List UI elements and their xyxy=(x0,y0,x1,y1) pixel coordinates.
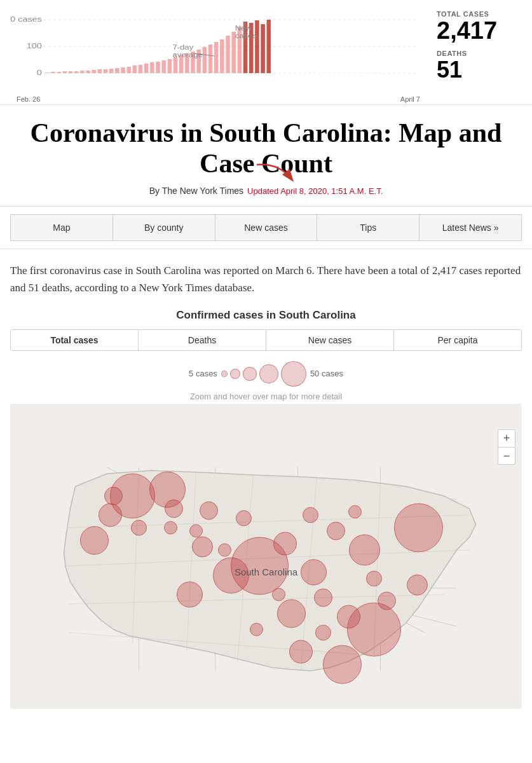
legend-circle-small xyxy=(230,369,240,379)
svg-text:cases: cases xyxy=(235,32,257,39)
bubble-cherokee2 xyxy=(165,500,183,518)
bubble-horry xyxy=(395,504,443,552)
svg-rect-33 xyxy=(203,47,207,73)
map-tab-per-capita[interactable]: Per capita xyxy=(394,330,521,350)
bubble-kershaw xyxy=(274,532,297,555)
zoom-out-button[interactable]: − xyxy=(498,447,515,465)
map-type-tabs: Total cases Deaths New cases Per capita xyxy=(10,329,522,351)
bubble-clarendon xyxy=(315,589,332,607)
legend-circle-tiny xyxy=(221,371,228,377)
bubble-colleton xyxy=(316,625,331,640)
tab-map[interactable]: Map xyxy=(10,214,113,241)
red-arrow-icon xyxy=(254,162,298,184)
legend-large-label: 50 cases xyxy=(310,369,343,378)
bubble-anderson xyxy=(81,526,109,554)
bubble-fairfield xyxy=(219,544,231,556)
bubble-york xyxy=(105,487,123,505)
bubble-union xyxy=(165,521,177,534)
svg-text:7-day: 7-day xyxy=(172,44,193,51)
map-tab-deaths[interactable]: Deaths xyxy=(139,330,266,350)
svg-rect-35 xyxy=(214,42,219,73)
svg-rect-10 xyxy=(69,71,73,73)
svg-rect-28 xyxy=(174,57,178,73)
svg-rect-17 xyxy=(109,69,114,73)
byline-author: By The New York Times xyxy=(149,186,243,196)
chart-area: 200 cases 100 0 xyxy=(10,10,426,99)
legend-circles xyxy=(221,361,306,387)
svg-rect-26 xyxy=(161,60,166,73)
confirmed-section: Confirmed cases in South Carolina Total … xyxy=(0,309,532,719)
tab-new-cases[interactable]: New cases xyxy=(215,214,317,241)
description-text: The first coronavirus case in South Caro… xyxy=(10,262,522,296)
title-section: Coronavirus in South Carolina: Map and C… xyxy=(0,105,532,201)
bubble-allendale xyxy=(250,623,263,636)
svg-rect-11 xyxy=(74,71,79,73)
total-cases-value: 2,417 xyxy=(437,18,522,45)
tab-by-county[interactable]: By county xyxy=(113,214,215,241)
svg-rect-13 xyxy=(86,71,90,73)
svg-rect-22 xyxy=(139,65,143,73)
svg-text:200 cases: 200 cases xyxy=(10,15,42,24)
byline: By The New York Times Updated April 8, 2… xyxy=(10,186,522,196)
svg-rect-37 xyxy=(226,36,230,73)
stats-area: TOTAL CASES 2,417 DEATHS 51 xyxy=(426,10,522,82)
legend-small-label: 5 cases xyxy=(189,369,217,378)
svg-rect-21 xyxy=(133,65,137,73)
svg-rect-8 xyxy=(57,72,61,73)
x-label-start: Feb. 26 xyxy=(17,95,40,103)
chart-x-labels: Feb. 26 April 7 xyxy=(10,95,426,103)
svg-rect-25 xyxy=(156,62,160,73)
bubble-cherokee xyxy=(132,520,147,535)
bubble-florence xyxy=(350,535,380,565)
map-svg: South Carolina xyxy=(10,404,522,709)
bubble-rock-hill xyxy=(99,504,122,526)
svg-rect-44 xyxy=(266,20,271,73)
bubble-marlboro xyxy=(303,507,318,523)
svg-rect-9 xyxy=(63,71,67,73)
bubble-calhoun xyxy=(273,588,285,601)
bubble-beaufort xyxy=(324,645,362,684)
confirmed-title: Confirmed cases in South Carolina xyxy=(10,309,522,322)
svg-rect-7 xyxy=(51,72,55,73)
bubble-newberry xyxy=(193,537,213,557)
legend-circle-xlarge xyxy=(281,361,306,387)
svg-rect-18 xyxy=(115,68,119,73)
svg-rect-43 xyxy=(261,24,265,73)
svg-rect-16 xyxy=(104,69,108,73)
bubble-jasper xyxy=(290,640,313,663)
bubble-berkeley xyxy=(378,592,396,610)
svg-text:100: 100 xyxy=(27,42,42,50)
tab-tips[interactable]: Tips xyxy=(317,214,419,241)
zoom-in-button[interactable]: + xyxy=(498,429,515,447)
map-zoom-controls: + − xyxy=(498,429,515,465)
svg-rect-14 xyxy=(92,70,96,73)
bubble-aiken xyxy=(177,582,203,607)
svg-rect-12 xyxy=(80,71,85,73)
svg-rect-27 xyxy=(168,59,172,73)
svg-rect-24 xyxy=(150,62,154,73)
bubble-williamsburg xyxy=(367,571,382,586)
svg-rect-20 xyxy=(126,67,131,73)
map-hint: Zoom and hover over map for more detail xyxy=(10,392,522,401)
svg-rect-19 xyxy=(121,67,125,73)
map-tab-total-cases[interactable]: Total cases xyxy=(11,330,139,350)
bubble-chesterfield xyxy=(236,511,252,526)
description: The first coronavirus case in South Caro… xyxy=(0,249,532,309)
bubble-dorchester xyxy=(338,605,360,628)
svg-rect-36 xyxy=(220,39,224,73)
svg-rect-34 xyxy=(208,45,213,73)
svg-rect-42 xyxy=(255,20,259,73)
bubble-darlington xyxy=(327,522,345,540)
x-label-end: April 7 xyxy=(400,95,420,103)
chart-svg: 200 cases 100 0 xyxy=(10,10,426,93)
svg-text:average: average xyxy=(172,52,202,58)
stats-deaths-block: DEATHS 51 xyxy=(437,50,522,83)
tab-latest-news[interactable]: Latest News » xyxy=(419,214,522,241)
nav-tabs: Map By county New cases Tips Latest News… xyxy=(0,206,532,249)
bubble-lancaster xyxy=(200,502,218,519)
bubble-sumter xyxy=(301,560,327,585)
map-tab-new-cases[interactable]: New cases xyxy=(266,330,394,350)
bubble-chester xyxy=(190,525,203,537)
deaths-label: DEATHS xyxy=(437,50,522,57)
map-container[interactable]: South Carolina + − xyxy=(10,404,522,709)
